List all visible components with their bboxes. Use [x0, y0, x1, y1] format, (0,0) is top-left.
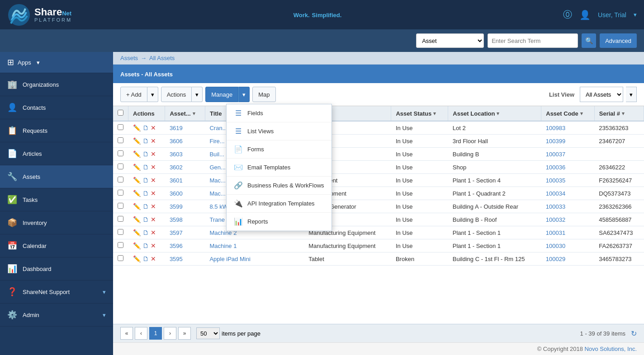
asset-num-link[interactable]: 3596	[170, 243, 183, 249]
add-button[interactable]: + Add	[120, 87, 147, 102]
row-checkbox[interactable]	[118, 150, 123, 156]
apps-button[interactable]: ⊞ Apps ▾	[0, 52, 113, 73]
edit-icon[interactable]: ✏️	[133, 177, 141, 184]
delete-icon[interactable]: ✕	[151, 163, 156, 171]
edit-icon[interactable]: ✏️	[133, 124, 141, 131]
manage-dropdown-button[interactable]: ▾	[238, 87, 250, 102]
asset-num-link[interactable]: 3619	[170, 125, 183, 131]
row-checkbox[interactable]	[118, 229, 123, 235]
title-link[interactable]: Gen...	[209, 164, 225, 171]
sidebar-item-admin[interactable]: ⚙️ Admin ▾	[0, 304, 113, 327]
title-link[interactable]: Mac...	[209, 190, 225, 197]
dropdown-item-list-views[interactable]: ☰ List Views	[227, 122, 331, 140]
dropdown-item-api-templates[interactable]: 🔌 API Integration Templates	[227, 195, 331, 213]
copy-icon[interactable]: 🗋	[142, 150, 149, 158]
edit-icon[interactable]: ✏️	[133, 255, 141, 262]
add-dropdown-button[interactable]: ▾	[147, 87, 158, 102]
title-link[interactable]: Machine 1	[209, 243, 237, 249]
delete-icon[interactable]: ✕	[151, 190, 156, 197]
asset-num-sort-icon[interactable]: ▾	[193, 111, 195, 117]
edit-icon[interactable]: ✏️	[133, 190, 141, 197]
sidebar-item-tasks[interactable]: ✅ Tasks	[0, 188, 113, 211]
code-link[interactable]: 100035	[546, 177, 565, 184]
copy-icon[interactable]: 🗋	[142, 177, 149, 184]
search-button[interactable]: 🔍	[582, 33, 596, 48]
first-page-button[interactable]: «	[120, 327, 133, 340]
copy-icon[interactable]: 🗋	[142, 203, 149, 210]
asset-num-link[interactable]: 3600	[170, 190, 183, 197]
edit-icon[interactable]: ✏️	[133, 229, 141, 236]
sidebar-item-sharenet-support[interactable]: ❓ ShareNet Support ▾	[0, 280, 113, 304]
edit-icon[interactable]: ✏️	[133, 203, 141, 210]
code-link[interactable]: 100030	[546, 243, 565, 249]
code-link[interactable]: 100029	[546, 256, 565, 262]
row-checkbox[interactable]	[118, 242, 123, 248]
actions-button[interactable]: Actions	[161, 87, 192, 102]
asset-num-link[interactable]: 3598	[170, 216, 183, 223]
location-sort-icon[interactable]: ▾	[497, 111, 499, 117]
asset-num-link[interactable]: 3602	[170, 164, 183, 171]
asset-num-link[interactable]: 3601	[170, 177, 183, 184]
row-checkbox[interactable]	[118, 177, 123, 182]
edit-icon[interactable]: ✏️	[133, 163, 141, 171]
row-checkbox[interactable]	[118, 203, 123, 209]
row-checkbox[interactable]	[118, 124, 123, 130]
asset-num-link[interactable]: 3606	[170, 138, 183, 145]
sidebar-item-organizations[interactable]: 🏢 Organizations	[0, 73, 113, 96]
row-checkbox[interactable]	[118, 163, 123, 169]
title-link[interactable]: Buil...	[209, 151, 224, 158]
edit-icon[interactable]: ✏️	[133, 242, 141, 249]
copy-icon[interactable]: 🗋	[142, 190, 149, 197]
delete-icon[interactable]: ✕	[151, 242, 156, 249]
user-dropdown-icon[interactable]: ▾	[634, 11, 637, 18]
delete-icon[interactable]: ✕	[151, 150, 156, 158]
copy-icon[interactable]: 🗋	[142, 216, 149, 223]
next-page-button[interactable]: ›	[164, 327, 176, 340]
search-category-select[interactable]: Asset Contact Request	[416, 33, 484, 48]
code-link[interactable]: 100037	[546, 151, 565, 158]
search-input[interactable]	[488, 33, 578, 48]
edit-icon[interactable]: ✏️	[133, 216, 141, 223]
code-link[interactable]: 100036	[546, 164, 565, 171]
delete-icon[interactable]: ✕	[151, 255, 156, 262]
delete-icon[interactable]: ✕	[151, 229, 156, 236]
per-page-select[interactable]: 50 25 100	[196, 327, 220, 339]
sidebar-item-dashboard[interactable]: 📊 Dashboard	[0, 257, 113, 280]
row-checkbox[interactable]	[118, 216, 123, 222]
dropdown-item-fields[interactable]: ☰ Fields	[227, 104, 331, 122]
dropdown-item-business-rules[interactable]: 🔗 Business Rules & WorkFlows	[227, 177, 331, 195]
serial-sort-icon[interactable]: ▾	[622, 111, 625, 117]
row-checkbox[interactable]	[118, 190, 123, 196]
delete-icon[interactable]: ✕	[151, 177, 156, 184]
asset-num-link[interactable]: 3597	[170, 229, 183, 236]
copy-icon[interactable]: 🗋	[142, 137, 149, 145]
delete-icon[interactable]: ✕	[151, 137, 156, 145]
asset-num-link[interactable]: 3599	[170, 203, 183, 210]
row-checkbox[interactable]	[118, 255, 123, 261]
copy-icon[interactable]: 🗋	[142, 242, 149, 249]
manage-button[interactable]: Manage	[205, 87, 238, 102]
code-link[interactable]: 100399	[546, 138, 565, 145]
copy-icon[interactable]: 🗋	[142, 124, 149, 131]
actions-dropdown-button[interactable]: ▾	[192, 87, 203, 102]
copy-icon[interactable]: 🗋	[142, 229, 149, 236]
code-link[interactable]: 100031	[546, 229, 565, 236]
page-1-button[interactable]: 1	[149, 327, 162, 340]
user-label[interactable]: User, Trial	[598, 11, 626, 19]
row-checkbox[interactable]	[118, 137, 123, 143]
code-link[interactable]: 100983	[546, 125, 565, 131]
title-link[interactable]: Mac...	[209, 177, 225, 184]
code-link[interactable]: 100033	[546, 203, 565, 210]
company-link[interactable]: Novo Solutions, Inc.	[584, 346, 637, 352]
copy-icon[interactable]: 🗋	[142, 163, 149, 171]
sidebar-item-assets[interactable]: 🔧 Assets	[0, 165, 113, 188]
breadcrumb-root[interactable]: Assets	[120, 55, 138, 61]
status-sort-icon[interactable]: ▾	[433, 111, 436, 117]
select-all-checkbox[interactable]	[118, 110, 123, 116]
title-link[interactable]: Cran...	[209, 125, 227, 131]
code-link[interactable]: 100034	[546, 190, 565, 197]
prev-page-button[interactable]: ‹	[135, 327, 147, 340]
code-sort-icon[interactable]: ▾	[580, 111, 583, 117]
advanced-search-button[interactable]: Advanced	[600, 33, 637, 48]
dropdown-item-forms[interactable]: 📄 Forms	[227, 140, 331, 159]
